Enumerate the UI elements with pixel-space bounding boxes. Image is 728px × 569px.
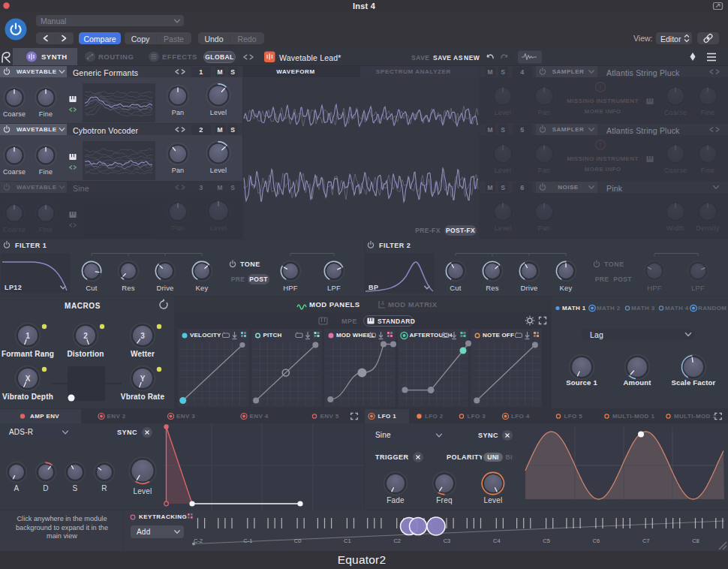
svg-text:2: 2	[83, 332, 88, 340]
svg-text:1: 1	[26, 332, 30, 340]
svg-text:3: 3	[140, 332, 145, 340]
svg-text:Y: Y	[140, 375, 146, 383]
svg-text:X: X	[26, 375, 31, 383]
